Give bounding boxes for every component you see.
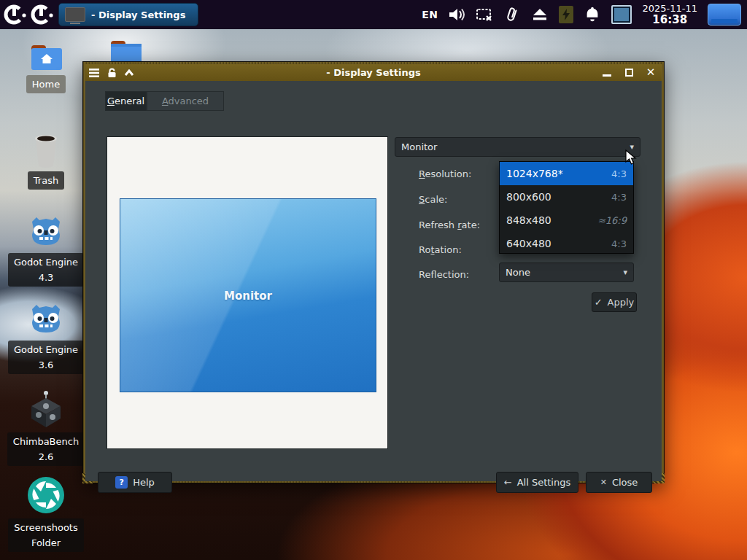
apply-button[interactable]: ✓ Apply bbox=[592, 292, 637, 312]
display-settings-tray-icon[interactable] bbox=[611, 5, 632, 24]
icon-label: Godot Engine4.3 bbox=[8, 253, 84, 287]
close-button[interactable]: ✕ Close bbox=[586, 472, 652, 493]
display-settings-window: - Display Settings ✕ General Advanced Mo… bbox=[82, 61, 665, 483]
icon-label: Home bbox=[26, 75, 66, 93]
desktop-icon-godot-3-6[interactable]: Godot Engine3.6 bbox=[0, 300, 92, 374]
desktop-icon-chimbabench[interactable]: ChimbaBench2.6 bbox=[0, 388, 92, 466]
clock-date: 2025-11-11 bbox=[642, 4, 697, 14]
godot-icon bbox=[26, 300, 66, 337]
screenshots-aperture-icon bbox=[26, 475, 66, 515]
monitor-preview-label: Monitor bbox=[120, 289, 376, 303]
clock[interactable]: 2025-11-11 16:38 bbox=[642, 4, 697, 26]
chevron-down-icon: ▾ bbox=[623, 268, 627, 277]
desktop-root: - Display Settings EN bbox=[0, 0, 747, 560]
eject-icon[interactable] bbox=[531, 6, 549, 23]
dialog-body: General Advanced Monitor Monitor ▾ Resol… bbox=[85, 81, 662, 481]
notifications-bell-icon[interactable] bbox=[584, 6, 601, 23]
chimbabench-cube-icon bbox=[28, 388, 64, 429]
reflection-select[interactable]: None ▾ bbox=[499, 262, 634, 282]
workspace-switcher[interactable] bbox=[708, 4, 741, 26]
check-icon: ✓ bbox=[595, 297, 603, 308]
help-question-icon: ? bbox=[115, 476, 128, 489]
rotation-label: Rotation: bbox=[419, 244, 462, 257]
tab-advanced[interactable]: Advanced bbox=[147, 91, 224, 111]
monitor-select[interactable]: Monitor ▾ bbox=[395, 137, 640, 157]
resolution-option-800x600[interactable]: 800x600 4:3 bbox=[500, 185, 633, 209]
clipboard-paperclip-icon[interactable] bbox=[503, 6, 521, 23]
display-disconnected-icon[interactable] bbox=[476, 6, 493, 23]
window-title: - Display Settings bbox=[85, 67, 662, 78]
minimize-button[interactable] bbox=[596, 64, 618, 81]
close-window-button[interactable]: ✕ bbox=[640, 64, 662, 81]
help-button[interactable]: ? Help bbox=[98, 472, 172, 493]
sticky-lock-icon[interactable] bbox=[103, 64, 120, 81]
clock-time: 16:38 bbox=[642, 14, 697, 26]
power-manager-icon[interactable] bbox=[559, 6, 573, 23]
keyboard-layout-indicator[interactable]: EN bbox=[422, 9, 438, 20]
resolution-label: Resolution: bbox=[419, 168, 471, 181]
monitor-preview-rect[interactable]: Monitor bbox=[120, 198, 376, 392]
trash-icon bbox=[30, 133, 62, 168]
top-panel: - Display Settings EN bbox=[0, 0, 747, 29]
desktop-icon-screenshoots-folder[interactable]: ScreenshootsFolder bbox=[0, 475, 92, 552]
resolution-option-747x560[interactable]: 747x560* 4:3 bbox=[500, 162, 633, 185]
secondary-launcher-logo-icon[interactable] bbox=[31, 3, 54, 26]
close-x-icon: ✕ bbox=[600, 478, 607, 487]
monitor-select-value: Monitor bbox=[401, 141, 437, 152]
desktop-icon-godot-4-3[interactable]: Godot Engine4.3 bbox=[0, 213, 92, 287]
maximize-button[interactable] bbox=[618, 64, 640, 81]
window-titlebar[interactable]: - Display Settings ✕ bbox=[85, 64, 662, 81]
desktop-icon-trash[interactable]: Trash bbox=[0, 133, 92, 190]
arrow-left-icon: ← bbox=[504, 477, 512, 488]
taskbar-window-title: - Display Settings bbox=[91, 9, 185, 20]
volume-icon[interactable] bbox=[448, 6, 465, 23]
home-folder-icon bbox=[28, 42, 63, 71]
scale-label: Scale: bbox=[419, 194, 447, 206]
mouse-cursor bbox=[625, 149, 640, 168]
taskbar-window-button[interactable]: - Display Settings bbox=[58, 3, 198, 26]
resolution-option-640x480[interactable]: 640x480 4:3 bbox=[500, 232, 633, 255]
reflection-select-value: None bbox=[506, 267, 530, 278]
tab-general[interactable]: General bbox=[105, 91, 147, 111]
window-display-icon bbox=[65, 7, 85, 22]
icon-label: Godot Engine3.6 bbox=[8, 341, 84, 374]
system-tray: EN bbox=[422, 4, 747, 26]
resolution-dropdown-list: 747x560* 4:3 800x600 4:3 848x480 ≈16:9 … bbox=[499, 161, 634, 254]
all-settings-button[interactable]: ← All Settings bbox=[496, 472, 578, 493]
resolution-option-848x480[interactable]: 848x480 ≈16:9 bbox=[500, 209, 633, 232]
monitor-preview-panel: Monitor bbox=[107, 136, 388, 449]
icon-label: ChimbaBench2.6 bbox=[7, 432, 85, 466]
icon-label: ScreenshootsFolder bbox=[8, 518, 83, 552]
window-menu-icon[interactable] bbox=[85, 64, 103, 81]
reflection-label: Reflection: bbox=[419, 269, 469, 281]
app-menu-logo-icon[interactable] bbox=[4, 3, 27, 26]
godot-icon bbox=[26, 213, 66, 249]
desktop-icon-home[interactable]: Home bbox=[0, 42, 92, 93]
icon-label: Trash bbox=[28, 171, 64, 190]
shade-caret-icon[interactable] bbox=[120, 64, 138, 81]
refresh-rate-label: Refresh rate: bbox=[419, 219, 480, 232]
